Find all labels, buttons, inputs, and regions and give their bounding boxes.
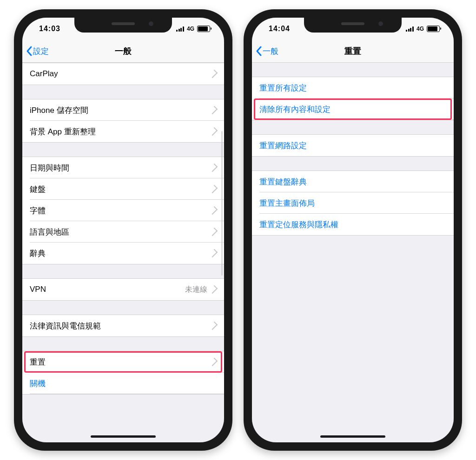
reset-list[interactable]: 重置所有設定 清除所有內容和設定 重置網路設定 — [252, 63, 454, 442]
back-label: 設定 — [33, 46, 49, 57]
status-time: 14:03 — [36, 25, 60, 33]
page-title: 一般 — [22, 46, 224, 57]
phone-screen-right: 14:04 4G 一般 — [252, 18, 454, 442]
home-indicator — [91, 435, 156, 438]
list-row-carplay[interactable]: CarPlay — [22, 63, 224, 85]
reset-location-privacy[interactable]: 重置定位服務與隱私權 — [252, 214, 454, 235]
chevron-right-icon — [209, 285, 218, 294]
list-row-vpn[interactable]: VPN 未連線 — [22, 279, 224, 300]
erase-all-content-settings[interactable]: 清除所有內容和設定 — [252, 99, 454, 120]
chevron-left-icon — [256, 46, 262, 56]
list-row-language-region[interactable]: 語言與地區 — [22, 221, 224, 243]
page-title: 重置 — [252, 46, 454, 57]
list-row-iphone-storage[interactable]: iPhone 儲存空間 — [22, 99, 224, 121]
list-row-legal-regulatory[interactable]: 法律資訊與電信規範 — [22, 315, 224, 336]
phone-frame-left: 14:03 4G 設定 — [14, 9, 232, 451]
list-row-background-app-refresh[interactable]: 背景 App 重新整理 — [22, 121, 224, 142]
scrollbar-indicator — [221, 131, 223, 275]
notch — [304, 18, 402, 33]
back-button[interactable]: 設定 — [22, 46, 49, 57]
home-indicator — [320, 435, 385, 438]
signal-icon — [176, 26, 184, 32]
settings-list[interactable]: CarPlay iPhone 儲存空間 背景 App 重新整理 — [22, 63, 224, 442]
list-row-reset[interactable]: 重置 — [22, 351, 224, 373]
phone-frame-right: 14:04 4G 一般 — [244, 9, 462, 451]
nav-bar: 設定 一般 — [22, 40, 224, 63]
network-label: 4G — [416, 26, 424, 32]
chevron-left-icon — [26, 46, 32, 56]
reset-keyboard-dictionary[interactable]: 重置鍵盤辭典 — [252, 171, 454, 192]
notch — [74, 18, 172, 33]
list-row-shutdown[interactable]: 關機 — [22, 373, 224, 394]
battery-icon — [427, 26, 440, 32]
nav-bar: 一般 重置 — [252, 40, 454, 63]
list-row-keyboard[interactable]: 鍵盤 — [22, 178, 224, 200]
row-detail: 未連線 — [185, 285, 207, 295]
phone-screen-left: 14:03 4G 設定 — [22, 18, 224, 442]
network-label: 4G — [187, 26, 194, 32]
back-label: 一般 — [263, 46, 278, 57]
signal-icon — [406, 26, 414, 32]
battery-icon — [197, 26, 210, 32]
list-row-date-time[interactable]: 日期與時間 — [22, 157, 224, 178]
list-row-fonts[interactable]: 字體 — [22, 200, 224, 221]
reset-all-settings[interactable]: 重置所有設定 — [252, 77, 454, 99]
reset-network-settings[interactable]: 重置網路設定 — [252, 135, 454, 156]
reset-home-screen-layout[interactable]: 重置主畫面佈局 — [252, 192, 454, 214]
list-row-dictionary[interactable]: 辭典 — [22, 243, 224, 264]
status-time: 14:04 — [266, 25, 290, 33]
back-button[interactable]: 一般 — [252, 46, 278, 57]
